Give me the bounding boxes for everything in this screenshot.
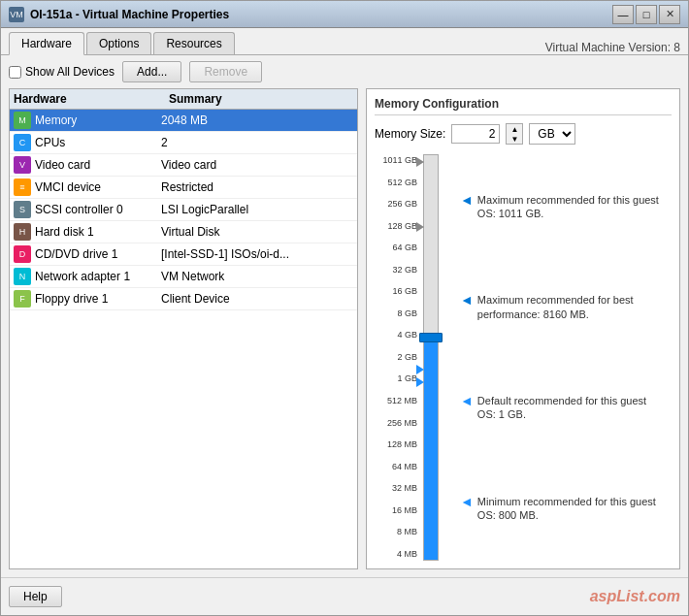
- row-summary: LSI LogicParallel: [161, 203, 353, 216]
- col-hardware-header: Hardware: [14, 92, 169, 106]
- row-summary: VM Network: [161, 270, 353, 283]
- row-name: CPUs: [35, 136, 161, 149]
- row-summary: Virtual Disk: [161, 225, 353, 239]
- table-row[interactable]: ≡VMCI deviceRestricted: [10, 177, 357, 199]
- slider-thumb[interactable]: [419, 333, 443, 342]
- row-icon: H: [14, 223, 31, 241]
- table-row[interactable]: HHard disk 1Virtual Disk: [10, 221, 357, 243]
- table-row[interactable]: SSCSI controller 0LSI LogicParallel: [10, 199, 357, 221]
- table-row[interactable]: DCD/DVD drive 1[Intel-SSD-1] ISOs/oi-d..…: [10, 243, 357, 266]
- row-name: Memory: [35, 113, 161, 127]
- scale-label: 64 GB: [392, 243, 417, 252]
- marker-max-perf: [416, 222, 424, 232]
- tab-resources[interactable]: Resources: [153, 32, 234, 54]
- scale-label: 256 MB: [387, 419, 417, 428]
- show-all-devices-checkbox[interactable]: [9, 66, 21, 79]
- row-icon: F: [14, 290, 31, 308]
- track-bar: [423, 154, 439, 561]
- toolbar-row: Show All Devices Add... Remove: [1, 55, 688, 88]
- add-button[interactable]: Add...: [122, 61, 181, 82]
- col-summary-header: Summary: [169, 92, 353, 106]
- row-icon: M: [14, 112, 31, 129]
- tab-options[interactable]: Options: [86, 32, 151, 54]
- remove-button[interactable]: Remove: [189, 61, 262, 82]
- memory-size-row: Memory Size: ▲ ▼ MB GB: [375, 123, 672, 145]
- row-summary: [Intel-SSD-1] ISOs/oi-d...: [161, 247, 353, 261]
- table-row[interactable]: CCPUs2: [10, 132, 357, 154]
- row-icon: D: [14, 245, 31, 263]
- row-summary: Video card: [161, 158, 353, 172]
- scale-label: 2 GB: [397, 353, 417, 362]
- scale-label: 1011 GB: [382, 156, 417, 165]
- scale-label: 4 GB: [397, 331, 417, 340]
- row-name: Video card: [35, 158, 161, 172]
- unit-select[interactable]: MB GB: [529, 123, 575, 145]
- main-window: VM OI-151a - Virtual Machine Properties …: [0, 0, 689, 616]
- title-bar-buttons: — □ ✕: [612, 5, 680, 24]
- help-button[interactable]: Help: [9, 586, 62, 607]
- slider-column: 1011 GB512 GB256 GB128 GB64 GB32 GB16 GB…: [375, 154, 452, 561]
- scale-label: 32 GB: [392, 266, 417, 275]
- memory-size-input[interactable]: [451, 124, 500, 144]
- memory-config-panel: Memory Configuration Memory Size: ▲ ▼ MB…: [366, 88, 680, 569]
- hardware-list-panel: Hardware Summary MMemory2048 MBCCPUs2VVi…: [9, 88, 358, 569]
- row-name: Hard disk 1: [35, 225, 161, 239]
- main-panels: Hardware Summary MMemory2048 MBCCPUs2VVi…: [1, 88, 688, 577]
- table-row[interactable]: NNetwork adapter 1VM Network: [10, 266, 357, 288]
- scale-label: 128 GB: [387, 222, 417, 231]
- spinner-down-button[interactable]: ▼: [507, 134, 522, 144]
- row-icon: N: [14, 268, 31, 285]
- marker-max-os: [416, 157, 424, 167]
- spinner-up-button[interactable]: ▲: [507, 124, 522, 134]
- slider-area: 1011 GB512 GB256 GB128 GB64 GB32 GB16 GB…: [375, 154, 672, 561]
- memory-config-title: Memory Configuration: [375, 97, 672, 115]
- table-row[interactable]: MMemory2048 MB: [10, 110, 357, 132]
- watermark: aspList.com: [590, 588, 680, 605]
- scale-label: 512 MB: [387, 397, 417, 405]
- marker-default: [416, 365, 424, 374]
- memory-spinner[interactable]: ▲ ▼: [506, 123, 523, 145]
- show-all-devices-label[interactable]: Show All Devices: [9, 65, 115, 79]
- row-name: SCSI controller 0: [35, 203, 161, 216]
- content-area: Show All Devices Add... Remove Hardware …: [1, 55, 688, 577]
- scale-label: 128 MB: [387, 440, 417, 449]
- close-button[interactable]: ✕: [659, 5, 680, 24]
- scale-label: 1 GB: [397, 374, 417, 383]
- tab-hardware[interactable]: Hardware: [9, 32, 84, 55]
- scale-label: 256 GB: [387, 200, 417, 209]
- row-name: CD/DVD drive 1: [35, 247, 161, 261]
- memory-size-label: Memory Size:: [375, 127, 445, 141]
- scale-label: 16 MB: [392, 506, 417, 515]
- scale-label: 16 GB: [392, 287, 417, 296]
- scale-label: 8 MB: [397, 528, 417, 536]
- track-fill: [424, 338, 438, 560]
- window-title: OI-151a - Virtual Machine Properties: [30, 8, 612, 21]
- row-icon: S: [14, 201, 31, 218]
- row-summary: Restricted: [161, 180, 353, 194]
- scale-label: 64 MB: [392, 463, 417, 471]
- row-name: Network adapter 1: [35, 270, 161, 283]
- table-row[interactable]: FFloppy drive 1Client Device: [10, 288, 357, 310]
- version-label: Virtual Machine Version: 8: [545, 41, 680, 54]
- row-icon: V: [14, 156, 31, 174]
- row-icon: C: [14, 134, 31, 151]
- tabs-row: Hardware Options Resources Virtual Machi…: [1, 28, 688, 55]
- scale-label: 4 MB: [397, 550, 417, 559]
- scale-label: 512 GB: [387, 178, 417, 187]
- info-row-2: ◄ Default recommended for this guest OS:…: [460, 394, 664, 422]
- table-row[interactable]: VVideo cardVideo card: [10, 154, 357, 177]
- info-column: ◄ Maximum recommended for this guest OS:…: [452, 154, 672, 561]
- window-icon: VM: [9, 7, 24, 22]
- info-row-0: ◄ Maximum recommended for this guest OS:…: [460, 193, 664, 221]
- scale-label: 8 GB: [397, 309, 417, 318]
- row-summary: 2: [161, 136, 353, 149]
- table-header: Hardware Summary: [10, 89, 357, 110]
- row-summary: 2048 MB: [161, 113, 353, 127]
- maximize-button[interactable]: □: [636, 5, 657, 24]
- row-name: VMCI device: [35, 180, 161, 194]
- info-row-3: ◄ Minimum recommended for this guest OS:…: [460, 495, 664, 523]
- row-icon: ≡: [14, 178, 31, 196]
- marker-min: [416, 377, 424, 387]
- minimize-button[interactable]: —: [612, 5, 634, 24]
- scale-label: 32 MB: [392, 484, 417, 493]
